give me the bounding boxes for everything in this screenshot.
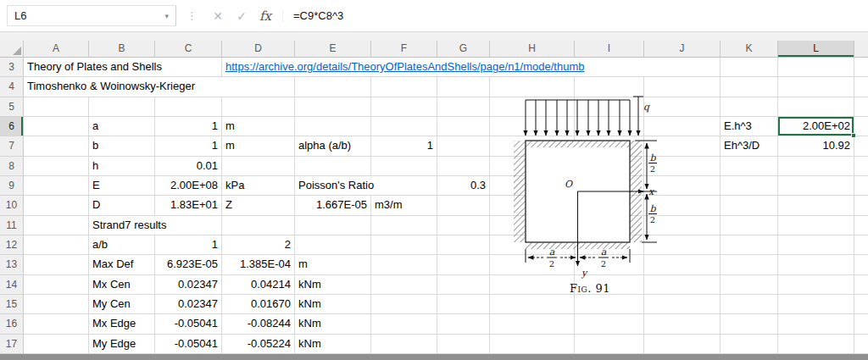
cell-D15[interactable]: 0.01670 bbox=[222, 295, 295, 314]
cell-M13[interactable] bbox=[854, 255, 868, 274]
fill-handle[interactable] bbox=[851, 133, 856, 138]
cell-M9[interactable] bbox=[854, 176, 868, 196]
cell-L12[interactable] bbox=[778, 235, 854, 255]
cell-M4[interactable] bbox=[854, 77, 868, 97]
cell-M14[interactable] bbox=[854, 275, 868, 295]
cell-E10[interactable]: 1.667E-05 bbox=[295, 196, 371, 215]
cell-K15[interactable] bbox=[721, 295, 778, 314]
cell-A5[interactable] bbox=[24, 97, 89, 117]
column-header-E[interactable]: E bbox=[295, 41, 371, 58]
select-all-corner[interactable] bbox=[0, 41, 24, 58]
column-header-B[interactable]: B bbox=[89, 41, 155, 58]
cell-L16[interactable] bbox=[778, 314, 854, 334]
cell-F7[interactable]: 1 bbox=[371, 136, 437, 156]
row-header-14[interactable]: 14 bbox=[0, 275, 24, 295]
cell-A11[interactable] bbox=[24, 216, 89, 235]
cell-H16[interactable] bbox=[490, 314, 575, 334]
cell-I16[interactable] bbox=[575, 314, 644, 334]
column-header-D[interactable]: D bbox=[222, 41, 295, 58]
name-box-dropdown-icon[interactable]: ▾ bbox=[164, 12, 169, 20]
row-header-9[interactable]: 9 bbox=[0, 176, 24, 196]
cell-D7[interactable]: m bbox=[222, 136, 295, 156]
cell-L6[interactable]: 2.00E+02 bbox=[778, 117, 854, 136]
cell-D12[interactable]: 2 bbox=[222, 235, 295, 255]
cell-E16[interactable]: kNm bbox=[295, 314, 371, 334]
cell-E11[interactable] bbox=[295, 216, 371, 235]
cell-A17[interactable] bbox=[24, 335, 89, 354]
cell-L17[interactable] bbox=[778, 335, 854, 354]
row-header-6[interactable]: 6 bbox=[0, 117, 24, 136]
cell-H17[interactable] bbox=[490, 335, 575, 354]
cell-C8[interactable]: 0.01 bbox=[155, 157, 222, 176]
cell-K13[interactable] bbox=[721, 255, 778, 274]
cell-M17[interactable] bbox=[854, 335, 868, 354]
cell-M11[interactable] bbox=[854, 216, 868, 235]
cell-L5[interactable] bbox=[778, 97, 854, 117]
embedded-figure[interactable]: q O x y b 2 b 2 a 2 a 2 Fig. 91 bbox=[503, 91, 681, 308]
row-header-4[interactable]: 4 bbox=[0, 77, 24, 97]
cell-M16[interactable] bbox=[854, 314, 868, 334]
row-header-3[interactable]: 3 bbox=[0, 58, 24, 77]
cell-G14[interactable] bbox=[437, 275, 490, 295]
cell-C14[interactable]: 0.02347 bbox=[155, 275, 222, 295]
cell-F10[interactable]: m3/m bbox=[371, 196, 437, 215]
cell-C10[interactable]: 1.83E+01 bbox=[155, 196, 222, 215]
cell-C5[interactable] bbox=[155, 97, 222, 117]
cell-F16[interactable] bbox=[371, 314, 437, 334]
row-header-12[interactable]: 12 bbox=[0, 235, 24, 255]
cell-D13[interactable]: 1.385E-04 bbox=[222, 255, 295, 274]
column-header-H[interactable]: H bbox=[490, 41, 575, 58]
cell-G6[interactable] bbox=[437, 117, 490, 136]
cell-F11[interactable] bbox=[371, 216, 437, 235]
cell-E8[interactable] bbox=[295, 157, 371, 176]
cell-G4[interactable] bbox=[437, 77, 490, 97]
cell-I17[interactable] bbox=[575, 335, 644, 354]
cell-A9[interactable] bbox=[24, 176, 89, 196]
cell-D10[interactable]: Z bbox=[222, 196, 295, 215]
cell-E17[interactable]: kNm bbox=[295, 335, 371, 354]
cell-D5[interactable] bbox=[222, 97, 295, 117]
cell-C7[interactable]: 1 bbox=[155, 136, 222, 156]
cell-D3[interactable]: https://archive.org/details/TheoryOfPlat… bbox=[222, 58, 721, 77]
cell-J17[interactable] bbox=[644, 335, 721, 354]
cell-C12[interactable]: 1 bbox=[155, 235, 222, 255]
cell-B15[interactable]: My Cen bbox=[89, 295, 155, 314]
cell-D17[interactable]: -0.05224 bbox=[222, 335, 295, 354]
row-header-15[interactable]: 15 bbox=[0, 295, 24, 314]
cell-K16[interactable] bbox=[721, 314, 778, 334]
row-header-5[interactable]: 5 bbox=[0, 97, 24, 117]
cell-D8[interactable] bbox=[222, 157, 295, 176]
cell-F4[interactable] bbox=[371, 77, 437, 97]
cell-K4[interactable] bbox=[721, 77, 778, 97]
cell-B14[interactable]: Mx Cen bbox=[89, 275, 155, 295]
name-box[interactable]: L6 ▾ bbox=[7, 5, 176, 26]
cell-A6[interactable] bbox=[24, 117, 89, 136]
cell-M6[interactable] bbox=[854, 117, 868, 136]
cell-C6[interactable]: 1 bbox=[155, 117, 222, 136]
cell-E13[interactable]: m bbox=[295, 255, 371, 274]
cell-K7[interactable]: Eh^3/D bbox=[721, 136, 778, 156]
cell-G5[interactable] bbox=[437, 97, 490, 117]
cell-G16[interactable] bbox=[437, 314, 490, 334]
row-header-8[interactable]: 8 bbox=[0, 157, 24, 176]
cell-M3[interactable] bbox=[854, 58, 868, 77]
cell-F12[interactable] bbox=[371, 235, 437, 255]
cell-L15[interactable] bbox=[778, 295, 854, 314]
cell-C16[interactable]: -0.05041 bbox=[155, 314, 222, 334]
cell-L7[interactable]: 10.92 bbox=[778, 136, 854, 156]
cell-M8[interactable] bbox=[854, 157, 868, 176]
cell-B7[interactable]: b bbox=[89, 136, 155, 156]
formula-bar-splitter-icon[interactable]: ⋮ bbox=[186, 9, 198, 22]
cell-A4[interactable]: Timoshenko & Woinowsky-Krieger bbox=[24, 77, 295, 97]
column-header-C[interactable]: C bbox=[155, 41, 222, 58]
insert-function-icon[interactable]: fx bbox=[253, 8, 277, 24]
column-header-J[interactable]: J bbox=[644, 41, 721, 58]
cell-F13[interactable] bbox=[371, 255, 437, 274]
cell-J16[interactable] bbox=[644, 314, 721, 334]
cell-A13[interactable] bbox=[24, 255, 89, 274]
cell-L8[interactable] bbox=[778, 157, 854, 176]
cell-B5[interactable] bbox=[89, 97, 155, 117]
cell-C15[interactable]: 0.02347 bbox=[155, 295, 222, 314]
cell-F17[interactable] bbox=[371, 335, 437, 354]
formula-input[interactable]: =C9*C8^3 bbox=[282, 9, 868, 22]
